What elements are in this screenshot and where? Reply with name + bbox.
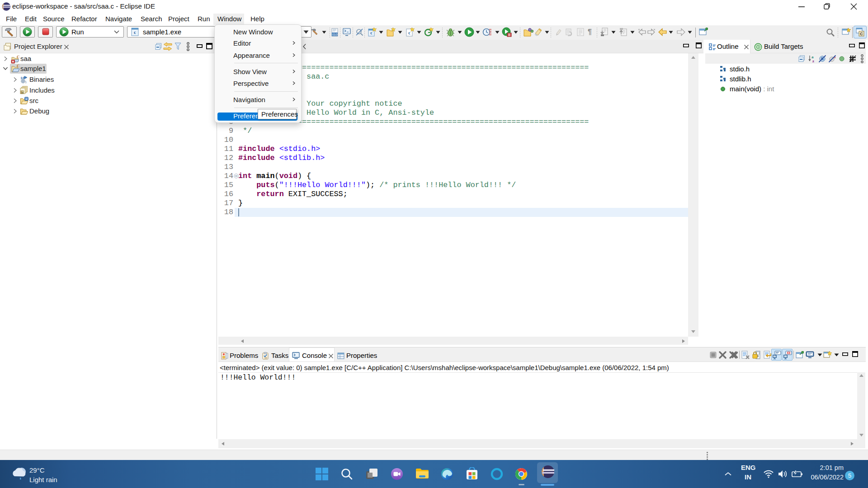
svg-text:c: c <box>370 30 373 35</box>
svg-text:h: h <box>21 90 24 94</box>
svg-text:010: 010 <box>332 33 338 36</box>
svg-text:c: c <box>26 97 27 101</box>
svg-text:C: C <box>17 55 20 59</box>
svg-text:C: C <box>860 32 863 36</box>
svg-text:1: 1 <box>25 80 27 84</box>
svg-text:c: c <box>134 29 136 35</box>
svg-text:c: c <box>408 30 410 35</box>
svg-text:C: C <box>17 64 20 68</box>
svg-text:z: z <box>812 59 814 63</box>
